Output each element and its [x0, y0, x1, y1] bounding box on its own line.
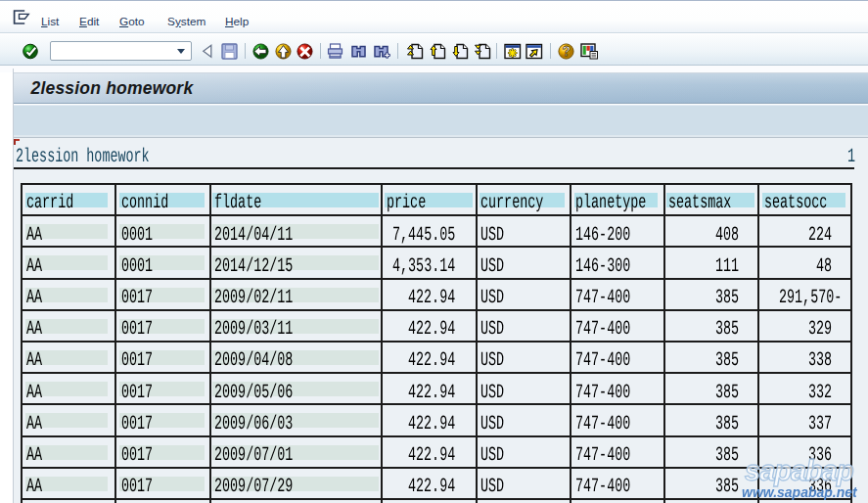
svg-text:?: ?	[562, 43, 571, 59]
